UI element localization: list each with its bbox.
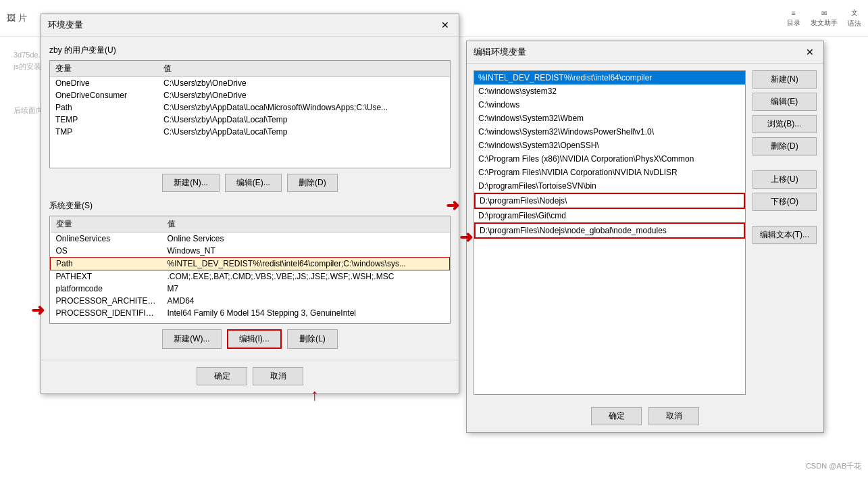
bg-top-icons: ≡目录 ✉发文助手 文语法	[787, 8, 861, 28]
edit-env-dialog-close-button[interactable]: ✕	[803, 45, 817, 59]
user-var-value: C:\Users\zby\OneDrive	[158, 77, 450, 90]
env-dialog-titlebar: 环境变量 ✕	[41, 14, 459, 37]
system-new-button[interactable]: 新建(W)...	[162, 329, 221, 349]
path-list-item[interactable]: D:\programFiles\TortoiseSVN\bin	[474, 179, 745, 193]
edit-env-cancel-button[interactable]: 取消	[648, 407, 699, 425]
path-list-item[interactable]: C:\windows\system32	[474, 85, 745, 98]
edit-move-down-button[interactable]: 下移(O)	[752, 193, 817, 211]
user-var-name: TMP	[50, 126, 158, 138]
edit-env-dialog-footer: 确定 取消	[467, 402, 823, 432]
user-var-row[interactable]: PathC:\Users\zby\AppData\Local\Microsoft…	[50, 101, 450, 114]
user-var-value: C:\Users\zby\AppData\Local\Temp	[158, 114, 450, 126]
system-delete-button[interactable]: 删除(L)	[287, 329, 338, 349]
system-var-name: platformcode	[51, 283, 162, 295]
env-dialog-body: zby 的用户变量(U) 变量 值 OneDriveC:\Users\zby\O…	[41, 37, 459, 357]
user-section-label: zby 的用户变量(U)	[49, 45, 451, 56]
user-var-name: OneDrive	[50, 77, 158, 90]
system-variables-table: 变量 值 OnlineServicesOnline ServicesOSWind…	[50, 216, 450, 319]
path-list-item[interactable]: C:\windows	[474, 98, 745, 112]
edit-text-button[interactable]: 编辑文本(T)...	[752, 226, 817, 244]
user-variables-table-container: 变量 值 OneDriveC:\Users\zby\OneDriveOneDri…	[49, 60, 451, 168]
user-var-name: Path	[50, 101, 158, 114]
system-edit-button[interactable]: 编辑(I)...	[227, 329, 282, 349]
edit-env-dialog-title: 编辑环境变量	[474, 46, 526, 58]
system-var-row[interactable]: PROCESSOR_IDENTIFIERIntel64 Family 6 Mod…	[51, 307, 450, 319]
user-var-value: C:\Users\zby\AppData\Local\Temp	[158, 126, 450, 138]
system-var-row[interactable]: platformcodeM7	[51, 283, 450, 295]
bg-icon-publish: ✉发文助手	[811, 9, 838, 28]
user-var-row[interactable]: TMPC:\Users\zby\AppData\Local\Temp	[50, 126, 450, 138]
system-col-name: 变量	[51, 216, 162, 233]
system-var-value: %INTEL_DEV_REDIST%\redist\intel64\compil…	[162, 258, 450, 270]
system-var-name: Path	[51, 258, 162, 270]
path-list-item[interactable]: C:\windows\System32\OpenSSH\	[474, 139, 745, 152]
path-list-item[interactable]: D:\programFiles\Git\cmd	[474, 209, 745, 222]
edit-browse-button[interactable]: 浏览(B)...	[752, 115, 817, 133]
edit-dialog-action-buttons: 新建(N) 编辑(E) 浏览(B)... 删除(D) 上移(U) 下移(O) 编…	[752, 70, 817, 395]
edit-move-up-button[interactable]: 上移(U)	[752, 170, 817, 189]
edit-edit-button[interactable]: 编辑(E)	[752, 93, 817, 111]
path-list-item[interactable]: C:\Program Files\NVIDIA Corporation\NVID…	[474, 166, 745, 179]
system-var-value: .COM;.EXE;.BAT;.CMD;.VBS;.VBE;.JS;.JSE;.…	[162, 270, 450, 283]
system-var-value: Intel64 Family 6 Model 154 Stepping 3, G…	[162, 307, 450, 319]
edit-env-dialog-body: %INTEL_DEV_REDIST%\redist\intel64\compil…	[467, 64, 823, 402]
user-delete-button[interactable]: 删除(D)	[287, 174, 338, 192]
env-variables-dialog: 环境变量 ✕ zby 的用户变量(U) 变量 值 OneDriveC:\User…	[41, 14, 459, 394]
system-col-value: 值	[162, 216, 450, 233]
system-variables-table-container: 变量 值 OnlineServicesOnline ServicesOSWind…	[49, 216, 451, 324]
user-new-button[interactable]: 新建(N)...	[162, 174, 220, 192]
user-var-row[interactable]: TEMPC:\Users\zby\AppData\Local\Temp	[50, 114, 450, 126]
edit-env-dialog: 编辑环境变量 ✕ %INTEL_DEV_REDIST%\redist\intel…	[466, 41, 824, 433]
env-dialog-footer: 确定 取消	[41, 360, 459, 393]
user-col-value: 值	[158, 61, 450, 77]
user-var-value: C:\Users\zby\OneDrive	[158, 89, 450, 101]
env-ok-button[interactable]: 确定	[197, 367, 247, 385]
watermark: CSDN @AB千花	[806, 461, 861, 471]
path-list-item[interactable]: C:\windows\System32\Wbem	[474, 112, 745, 125]
user-var-row[interactable]: OneDriveC:\Users\zby\OneDrive	[50, 77, 450, 90]
bg-toolbar-icon1: 🖼 片	[7, 12, 27, 24]
edit-env-ok-button[interactable]: 确定	[591, 407, 642, 425]
user-var-value: C:\Users\zby\AppData\Local\Microsoft\Win…	[158, 101, 450, 114]
path-list-container: %INTEL_DEV_REDIST%\redist\intel64\compil…	[474, 70, 746, 395]
edit-new-button[interactable]: 新建(N)	[752, 70, 817, 89]
system-var-name: PATHEXT	[51, 270, 162, 283]
system-var-name: PROCESSOR_ARCHITECT...	[51, 295, 162, 307]
user-variables-table: 变量 值 OneDriveC:\Users\zby\OneDriveOneDri…	[50, 61, 450, 138]
path-list-item[interactable]: D:\programFiles\Nodejs\	[474, 193, 745, 209]
system-var-row[interactable]: Path%INTEL_DEV_REDIST%\redist\intel64\co…	[51, 258, 450, 270]
env-cancel-button[interactable]: 取消	[253, 367, 303, 385]
system-var-name: PROCESSOR_IDENTIFIER	[51, 307, 162, 319]
edit-env-dialog-titlebar: 编辑环境变量 ✕	[467, 41, 823, 64]
system-var-value: M7	[162, 283, 450, 295]
env-dialog-title: 环境变量	[48, 19, 83, 31]
system-var-name: OS	[51, 245, 162, 258]
user-col-name: 变量	[50, 61, 158, 77]
bg-icon-language: 文语法	[848, 8, 861, 28]
user-var-row[interactable]: OneDriveConsumerC:\Users\zby\OneDrive	[50, 89, 450, 101]
path-list-item[interactable]: C:\Program Files (x86)\NVIDIA Corporatio…	[474, 152, 745, 166]
bg-icon-directory: ≡目录	[787, 9, 800, 28]
path-list-item[interactable]: %INTEL_DEV_REDIST%\redist\intel64\compil…	[474, 71, 745, 85]
path-list-item[interactable]: C:\windows\System32\WindowsPowerShell\v1…	[474, 125, 745, 139]
system-var-row[interactable]: OSWindows_NT	[51, 245, 450, 258]
user-var-name: OneDriveConsumer	[50, 89, 158, 101]
system-var-row[interactable]: PATHEXT.COM;.EXE;.BAT;.CMD;.VBS;.VBE;.JS…	[51, 270, 450, 283]
system-var-row[interactable]: OnlineServicesOnline Services	[51, 233, 450, 245]
system-var-value: Online Services	[162, 233, 450, 245]
user-var-name: TEMP	[50, 114, 158, 126]
user-variables-buttons: 新建(N)... 编辑(E)... 删除(D)	[49, 174, 451, 192]
system-var-value: AMD64	[162, 295, 450, 307]
path-list-item[interactable]: D:\programFiles\Nodejs\node_global\node_…	[474, 222, 745, 239]
system-var-name: OnlineServices	[51, 233, 162, 245]
system-var-row[interactable]: PROCESSOR_ARCHITECT...AMD64	[51, 295, 450, 307]
edit-delete-button[interactable]: 删除(D)	[752, 137, 817, 156]
system-variables-buttons: 新建(W)... 编辑(I)... 删除(L)	[49, 329, 451, 349]
user-edit-button[interactable]: 编辑(E)...	[225, 174, 282, 192]
system-section-label: 系统变量(S)	[49, 200, 451, 212]
system-var-value: Windows_NT	[162, 245, 450, 258]
env-dialog-close-button[interactable]: ✕	[438, 18, 452, 32]
